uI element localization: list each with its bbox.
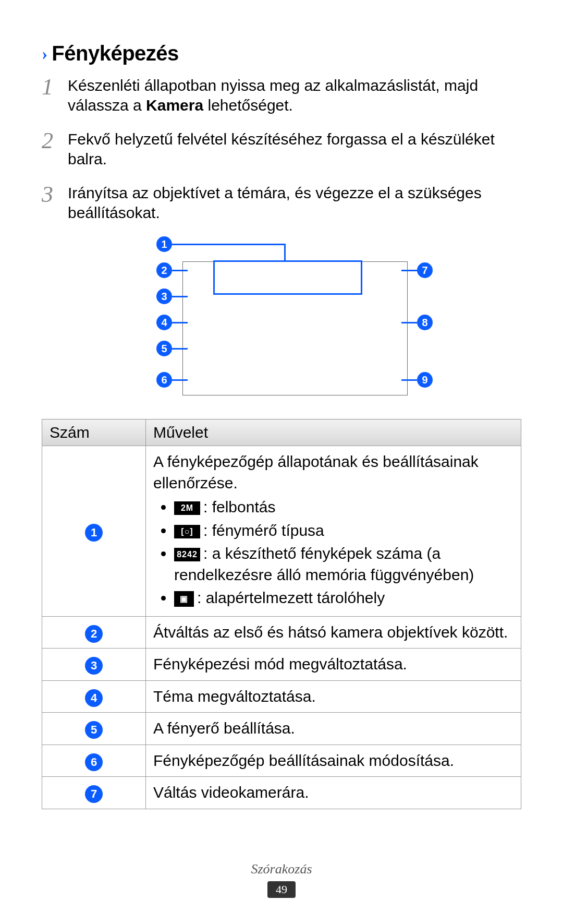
status-bar-highlight [213,260,362,295]
callout-3-badge: 3 [156,289,172,304]
row3-badge: 3 [85,657,103,675]
callout-5: 5 [156,341,188,356]
list-item: ▣: alapértelmezett tárolóhely [174,587,513,609]
bullet-text: : fénymérő típusa [203,522,324,539]
row2-badge: 2 [85,625,103,643]
chevron-right-icon: › [42,44,47,64]
row1-intro: A fényképezőgép állapotának és beállítás… [153,451,513,494]
step-3-text: Irányítsa az objektívet a témára, és vég… [68,184,482,221]
row3-op: Fényképezési mód megváltoztatása. [146,649,521,681]
row6-badge: 6 [85,753,103,771]
table-row: 1 A fényképezőgép állapotának és beállít… [42,446,521,617]
callout-6: 6 [156,372,188,388]
resolution-icon: 2M [174,501,200,515]
callout-4: 4 [156,315,188,330]
callout-1: 1 [156,236,284,252]
operations-table: Szám Művelet 1 A fényképezőgép állapotán… [42,419,521,809]
callout-9-badge: 9 [417,372,433,388]
row5-badge: 5 [85,721,103,739]
table-row: 7 Váltás videokamerára. [42,777,521,809]
heading-text: Fényképezés [52,42,179,65]
footer-section: Szórakozás [251,861,312,877]
callout-7-badge: 7 [417,262,433,278]
footer: Szórakozás 49 [0,861,563,898]
th-num: Szám [42,419,146,446]
callout-9: 9 [401,372,433,388]
bullet-text: : felbontás [203,498,275,515]
metering-icon: [○] [174,525,200,538]
row7-op: Váltás videokamerára. [146,777,521,809]
callout-7: 7 [401,262,433,278]
step-2-text: Fekvő helyzetű felvétel készítéséhez for… [68,130,495,167]
row4-badge: 4 [85,689,103,707]
table-row: 2 Átváltás az első és hátsó kamera objek… [42,616,521,649]
callout-6-badge: 6 [156,372,172,388]
row5-op: A fényerő beállítása. [146,713,521,745]
steps-list: Készenléti állapotban nyissa meg az alka… [42,76,521,223]
step-2: Fekvő helyzetű felvétel készítéséhez for… [42,129,521,170]
table-row: 6 Fényképezőgép beállításainak módosítás… [42,745,521,777]
camera-screen [182,261,408,395]
row4-op: Téma megváltoztatása. [146,680,521,713]
count-icon: 8242 [174,548,200,561]
callout-4-badge: 4 [156,315,172,330]
table-row: 5 A fényerő beállítása. [42,713,521,745]
camera-diagram: 1 2 3 4 5 6 7 8 9 [115,236,448,398]
storage-icon: ▣ [174,591,194,607]
callout-8: 8 [401,315,433,330]
bullet-text: : a készíthető fényképek száma (a rendel… [174,545,474,583]
callout-2: 2 [156,262,188,278]
step-1-bold: Kamera [146,97,203,114]
step-1: Készenléti állapotban nyissa meg az alka… [42,76,521,116]
row2-op: Átváltás az első és hátsó kamera objektí… [146,616,521,649]
row1-bullets: 2M: felbontás [○]: fénymérő típusa 8242:… [153,497,513,609]
table-row: 4 Téma megváltoztatása. [42,680,521,713]
callout-8-badge: 8 [417,315,433,330]
section-heading: › Fényképezés [42,42,521,65]
table-row: 3 Fényképezési mód megváltoztatása. [42,649,521,681]
th-op: Művelet [146,419,521,446]
callout-5-badge: 5 [156,341,172,356]
page-number: 49 [267,881,296,898]
row6-op: Fényképezőgép beállításainak módosítása. [146,745,521,777]
step-1-post: lehetőséget. [203,97,293,114]
list-item: 2M: felbontás [174,497,513,518]
row1-badge: 1 [85,524,103,542]
list-item: 8242: a készíthető fényképek száma (a re… [174,543,513,585]
bullet-text: : alapértelmezett tárolóhely [197,589,385,606]
callout-1-badge: 1 [156,236,172,252]
list-item: [○]: fénymérő típusa [174,520,513,542]
step-3: Irányítsa az objektívet a témára, és vég… [42,183,521,223]
callout-2-badge: 2 [156,262,172,278]
row7-badge: 7 [85,785,103,803]
callout-3: 3 [156,289,188,304]
